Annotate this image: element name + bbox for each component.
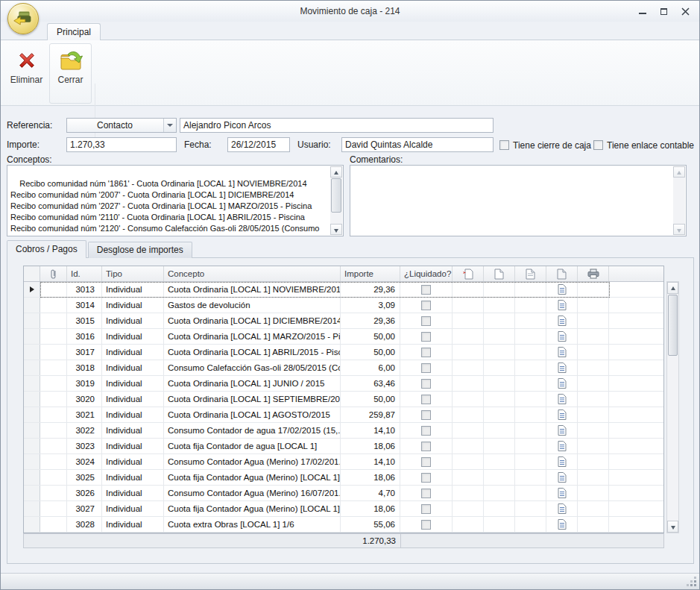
liquidado-checkbox[interactable] bbox=[421, 489, 431, 498]
referencia-name-field[interactable]: Alejandro Picon Arcos bbox=[180, 118, 494, 133]
cell-action-2[interactable] bbox=[484, 439, 515, 454]
table-row[interactable]: 3026IndividualConsumo Contador Agua (Mer… bbox=[24, 486, 663, 501]
cell-action-2[interactable] bbox=[484, 298, 515, 313]
cell-action-2[interactable] bbox=[484, 376, 515, 391]
header-id[interactable]: Id. bbox=[67, 266, 102, 281]
cell-attachment[interactable] bbox=[40, 501, 67, 516]
row-selector[interactable] bbox=[24, 329, 40, 344]
cell-tipo[interactable]: Individual bbox=[102, 470, 164, 485]
cell-importe[interactable]: 4,70 bbox=[341, 486, 400, 500]
cell-id[interactable]: 3013 bbox=[67, 282, 102, 297]
liquidado-checkbox[interactable] bbox=[421, 363, 431, 373]
cell-tipo[interactable]: Individual bbox=[102, 439, 164, 454]
cell-importe[interactable]: 14,10 bbox=[341, 454, 400, 469]
header-liquidado[interactable]: ¿Liquidado? bbox=[400, 266, 453, 281]
liquidado-checkbox[interactable] bbox=[421, 410, 431, 420]
cell-concepto[interactable]: Cuota Ordinaria [LOCAL 1] NOVIEMBRE/2014 bbox=[164, 282, 341, 297]
cell-liquidado[interactable] bbox=[400, 501, 453, 516]
eliminar-button[interactable]: Eliminar bbox=[5, 43, 48, 104]
cell-action-5[interactable] bbox=[578, 298, 609, 313]
cell-liquidado[interactable] bbox=[400, 423, 453, 438]
cell-importe[interactable]: 50,00 bbox=[341, 329, 400, 344]
cell-concepto[interactable]: Consumo Contador Agua (Merino) 17/02/201… bbox=[164, 454, 341, 469]
cell-action-4[interactable] bbox=[546, 486, 578, 500]
cell-action-4[interactable] bbox=[546, 345, 578, 360]
cell-concepto[interactable]: Consumo Calefacción Gas-oli 28/05/2015 (… bbox=[164, 360, 341, 375]
cell-action-5[interactable] bbox=[578, 282, 609, 297]
cell-action-4[interactable] bbox=[546, 360, 578, 375]
cell-action-5[interactable] bbox=[578, 486, 609, 500]
tab-desglose-importes[interactable]: Desglose de importes bbox=[88, 242, 192, 258]
liquidado-checkbox[interactable] bbox=[421, 473, 431, 483]
liquidado-checkbox[interactable] bbox=[421, 285, 431, 295]
cell-attachment[interactable] bbox=[40, 517, 67, 532]
cell-attachment[interactable] bbox=[40, 486, 67, 500]
cell-importe[interactable]: 50,00 bbox=[341, 345, 400, 360]
cell-id[interactable]: 3024 bbox=[67, 454, 102, 469]
table-row[interactable]: 3014IndividualGastos de devolución3,09 bbox=[24, 298, 663, 313]
cell-liquidado[interactable] bbox=[400, 329, 453, 344]
cell-action-3[interactable] bbox=[515, 392, 546, 407]
header-attachment[interactable] bbox=[40, 266, 67, 281]
cell-concepto[interactable]: Cuota Ordinaria [LOCAL 1] ABRIL/2015 - P… bbox=[164, 345, 341, 360]
cell-attachment[interactable] bbox=[40, 470, 67, 485]
conceptos-textarea[interactable]: Recibo comunidad núm '1861' - Cuota Ordi… bbox=[7, 165, 344, 236]
app-menu-button[interactable] bbox=[7, 3, 39, 34]
cell-action-2[interactable] bbox=[484, 345, 515, 360]
cell-action-4[interactable] bbox=[546, 439, 578, 454]
header-action-5[interactable] bbox=[578, 266, 609, 281]
row-document-button[interactable] bbox=[558, 503, 567, 514]
row-document-button[interactable] bbox=[558, 472, 567, 483]
row-document-button[interactable] bbox=[558, 441, 567, 451]
table-row[interactable]: 3021IndividualCuota Ordinaria [LOCAL 1] … bbox=[24, 407, 663, 423]
row-document-button[interactable] bbox=[558, 284, 567, 295]
cell-action-5[interactable] bbox=[578, 345, 609, 360]
cell-attachment[interactable] bbox=[40, 313, 67, 328]
cell-action-1[interactable] bbox=[453, 517, 484, 532]
minimize-button[interactable] bbox=[637, 7, 647, 16]
header-importe[interactable]: Importe bbox=[341, 266, 400, 281]
table-row[interactable]: 3025IndividualCuota fija Contador Agua (… bbox=[24, 470, 663, 486]
row-document-button[interactable] bbox=[558, 363, 567, 373]
cell-action-3[interactable] bbox=[515, 439, 546, 454]
cell-tipo[interactable]: Individual bbox=[102, 329, 164, 344]
row-selector[interactable] bbox=[24, 517, 40, 532]
referencia-type-combo[interactable]: Contacto bbox=[66, 118, 177, 133]
cell-tipo[interactable]: Individual bbox=[102, 454, 164, 469]
liquidado-checkbox[interactable] bbox=[421, 426, 431, 436]
cell-action-3[interactable] bbox=[515, 345, 546, 360]
row-document-button[interactable] bbox=[558, 519, 567, 530]
cell-action-5[interactable] bbox=[578, 470, 609, 485]
cell-action-3[interactable] bbox=[515, 486, 546, 500]
table-row[interactable]: 3027IndividualCuota fija Contador Agua (… bbox=[24, 501, 663, 517]
liquidado-checkbox[interactable] bbox=[421, 520, 431, 530]
cell-action-2[interactable] bbox=[484, 486, 515, 500]
row-selector[interactable] bbox=[24, 313, 40, 328]
header-action-4[interactable] bbox=[546, 266, 578, 281]
cell-action-5[interactable] bbox=[578, 517, 609, 532]
cell-importe[interactable]: 63,46 bbox=[341, 376, 400, 391]
cell-concepto[interactable]: Cuota Ordinaria [LOCAL 1] SEPTIEMBRE/201… bbox=[164, 392, 341, 407]
cell-id[interactable]: 3020 bbox=[67, 392, 102, 407]
cell-action-5[interactable] bbox=[578, 376, 609, 391]
row-selector[interactable] bbox=[24, 423, 40, 438]
cell-importe[interactable]: 55,06 bbox=[341, 517, 400, 532]
table-row[interactable]: 3013IndividualCuota Ordinaria [LOCAL 1] … bbox=[24, 282, 663, 298]
cell-action-5[interactable] bbox=[578, 360, 609, 375]
row-document-button[interactable] bbox=[558, 394, 567, 404]
row-document-button[interactable] bbox=[558, 409, 567, 420]
cell-action-5[interactable] bbox=[578, 423, 609, 438]
cell-importe[interactable]: 18,06 bbox=[341, 439, 400, 454]
cell-tipo[interactable]: Individual bbox=[102, 376, 164, 391]
maximize-button[interactable] bbox=[659, 7, 669, 16]
cell-action-1[interactable] bbox=[453, 423, 484, 438]
cell-action-5[interactable] bbox=[578, 454, 609, 469]
cell-attachment[interactable] bbox=[40, 360, 67, 375]
liquidado-checkbox[interactable] bbox=[421, 379, 431, 389]
cell-action-4[interactable] bbox=[546, 392, 578, 407]
cell-tipo[interactable]: Individual bbox=[102, 501, 164, 516]
cell-action-4[interactable] bbox=[546, 423, 578, 438]
cell-action-1[interactable] bbox=[453, 454, 484, 469]
liquidado-checkbox[interactable] bbox=[421, 301, 431, 310]
liquidado-checkbox[interactable] bbox=[421, 395, 431, 404]
